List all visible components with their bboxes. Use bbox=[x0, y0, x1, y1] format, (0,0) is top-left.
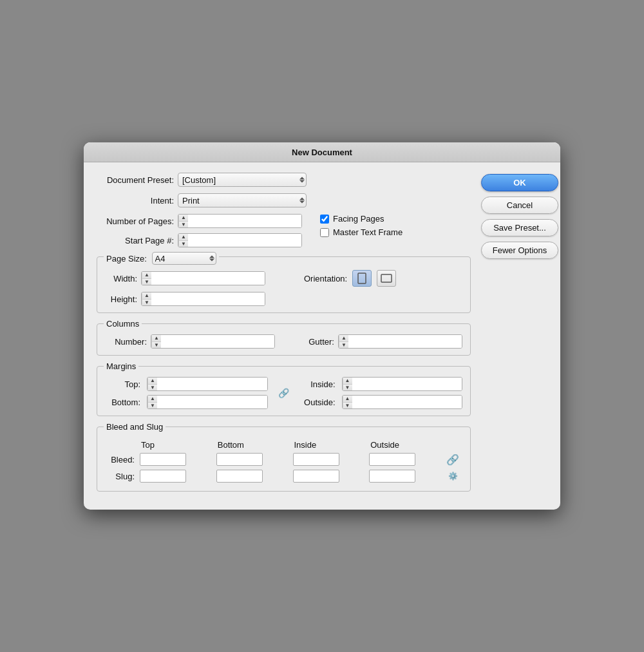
height-up[interactable]: ▲ bbox=[142, 292, 151, 300]
num-pages-input-wrapper: ▲ ▼ 1 bbox=[178, 214, 302, 228]
width-up[interactable]: ▲ bbox=[142, 272, 151, 279]
margins-lock-icon[interactable]: 🔗 bbox=[277, 386, 291, 400]
bleed-slug-section: Bleed and Slug Top Bottom Inside Outside bbox=[97, 427, 471, 492]
bleed-outside-cell: 3 mm bbox=[366, 451, 443, 468]
inside-margin-down[interactable]: ▼ bbox=[343, 385, 352, 391]
height-label: Height: bbox=[105, 294, 137, 304]
fewer-options-button[interactable]: Fewer Options bbox=[481, 242, 558, 259]
inside-margin-field[interactable]: 12.7 mm bbox=[352, 378, 462, 390]
top-margin-wrapper: ▲ ▼ 12.7 mm bbox=[147, 377, 268, 391]
height-input-wrapper: ▲ ▼ 297 mm bbox=[141, 292, 265, 306]
portrait-button[interactable] bbox=[352, 270, 372, 287]
width-steppers: ▲ ▼ bbox=[142, 272, 151, 285]
margins-section: Margins Top: ▲ ▼ 12.7 mm 🔗 bbox=[97, 366, 471, 416]
bleed-slug-section-label: Bleed and Slug bbox=[104, 422, 166, 432]
start-page-up[interactable]: ▲ bbox=[179, 234, 188, 241]
width-orientation-row: Width: ▲ ▼ 210 mm Orientation: bbox=[105, 270, 462, 287]
slug-top-cell: 0 mm bbox=[137, 468, 214, 484]
gutter-up[interactable]: ▲ bbox=[339, 335, 348, 342]
landscape-button[interactable] bbox=[377, 270, 396, 287]
slug-row-label: Slug: bbox=[105, 468, 137, 484]
slug-bottom-cell: 0 mm bbox=[214, 468, 290, 484]
bleed-inside-field[interactable]: 3 mm bbox=[293, 453, 339, 466]
inside-margin-up[interactable]: ▲ bbox=[343, 378, 352, 385]
outside-steppers: ▲ ▼ bbox=[343, 396, 352, 408]
master-text-frame-checkbox[interactable] bbox=[320, 228, 329, 237]
intent-select-wrapper: Print Web Mobile bbox=[178, 193, 307, 207]
start-page-field[interactable]: 1 bbox=[188, 234, 301, 247]
num-pages-label: Number of Pages: bbox=[97, 216, 174, 226]
bottom-margin-down[interactable]: ▼ bbox=[148, 403, 157, 409]
outside-margin-up[interactable]: ▲ bbox=[343, 396, 352, 403]
slug-bottom-field[interactable]: 0 mm bbox=[216, 470, 263, 483]
height-down[interactable]: ▼ bbox=[142, 300, 151, 306]
num-pages-row: Number of Pages: ▲ ▼ 1 bbox=[97, 214, 302, 228]
page-size-select[interactable]: A4 A3 Letter Legal Custom bbox=[152, 252, 216, 265]
start-page-down[interactable]: ▼ bbox=[179, 241, 188, 247]
slug-inside-field[interactable]: 0 mm bbox=[293, 470, 339, 483]
bleed-bottom-field[interactable]: 3 mm bbox=[216, 453, 263, 466]
outside-margin-down[interactable]: ▼ bbox=[343, 403, 352, 409]
preset-row: Document Preset: [Custom] Default Letter… bbox=[97, 173, 471, 187]
gutter-field[interactable]: 4.233 mm bbox=[348, 335, 462, 348]
bottom-margin-label: Bottom: bbox=[105, 398, 140, 407]
top-margin-field[interactable]: 12.7 mm bbox=[157, 378, 267, 390]
left-panel: Document Preset: [Custom] Default Letter… bbox=[97, 173, 471, 497]
bleed-lock-cell: 🔗 bbox=[443, 451, 462, 468]
svg-rect-1 bbox=[381, 274, 392, 282]
slug-outside-field[interactable]: 0 mm bbox=[369, 470, 415, 483]
cancel-button[interactable]: Cancel bbox=[481, 197, 558, 214]
gutter-steppers: ▲ ▼ bbox=[339, 335, 348, 348]
width-field[interactable]: 210 mm bbox=[151, 272, 265, 285]
col-inside-header: Inside bbox=[290, 439, 367, 451]
bleed-outside-field[interactable]: 3 mm bbox=[369, 453, 415, 466]
height-field[interactable]: 297 mm bbox=[151, 292, 265, 305]
bottom-margin-field[interactable]: 12.7 mm bbox=[157, 396, 267, 408]
width-down[interactable]: ▼ bbox=[142, 279, 151, 285]
facing-pages-label[interactable]: Facing Pages bbox=[333, 214, 384, 224]
col-number-input-wrapper: ▲ ▼ 1 bbox=[151, 334, 275, 349]
num-pages-field[interactable]: 1 bbox=[188, 215, 301, 227]
gutter-row: Gutter: ▲ ▼ 4.233 mm bbox=[301, 334, 462, 349]
col-number-down[interactable]: ▼ bbox=[152, 342, 161, 349]
dialog-title: New Document bbox=[84, 142, 560, 162]
inside-margin-wrapper: ▲ ▼ 12.7 mm bbox=[342, 377, 463, 391]
intent-select[interactable]: Print Web Mobile bbox=[178, 193, 307, 207]
gutter-down[interactable]: ▼ bbox=[339, 342, 348, 349]
col-number-up[interactable]: ▲ bbox=[152, 335, 161, 342]
columns-section-label: Columns bbox=[104, 319, 142, 329]
bleed-bottom-cell: 3 mm bbox=[214, 451, 290, 468]
bleed-top-cell: 3 mm bbox=[137, 451, 214, 468]
col-number-row: Number: ▲ ▼ 1 bbox=[105, 334, 275, 349]
col-outside-header: Outside bbox=[366, 439, 443, 451]
bleed-lock-icon[interactable]: 🔗 bbox=[446, 452, 460, 466]
preset-label: Document Preset: bbox=[97, 175, 174, 185]
outside-margin-field[interactable]: 12.7 mm bbox=[352, 396, 462, 408]
save-preset-button[interactable]: Save Preset... bbox=[481, 219, 558, 236]
master-text-frame-label[interactable]: Master Text Frame bbox=[333, 227, 402, 237]
top-margin-label: Top: bbox=[105, 379, 140, 389]
ok-button[interactable]: OK bbox=[481, 174, 558, 191]
columns-content: Number: ▲ ▼ 1 Gutter: bbox=[105, 334, 462, 349]
slug-outside-cell: 0 mm bbox=[366, 468, 443, 484]
bleed-slug-header-row: Top Bottom Inside Outside bbox=[105, 439, 462, 451]
top-margin-up[interactable]: ▲ bbox=[148, 378, 157, 385]
svg-rect-0 bbox=[358, 273, 366, 283]
col-number-field[interactable]: 1 bbox=[161, 335, 274, 348]
slug-inside-cell: 0 mm bbox=[290, 468, 367, 484]
bleed-top-field[interactable]: 3 mm bbox=[140, 453, 186, 466]
outside-margin-wrapper: ▲ ▼ 12.7 mm bbox=[342, 395, 463, 409]
facing-pages-checkbox[interactable] bbox=[320, 215, 329, 224]
page-size-content: Width: ▲ ▼ 210 mm Orientation: bbox=[105, 270, 462, 306]
num-pages-down[interactable]: ▼ bbox=[179, 222, 188, 228]
bottom-margin-up[interactable]: ▲ bbox=[148, 396, 157, 403]
num-pages-up[interactable]: ▲ bbox=[179, 215, 188, 222]
bleed-row-label: Bleed: bbox=[105, 451, 137, 468]
page-size-section: Page Size: A4 A3 Letter Legal Custom bbox=[97, 256, 471, 313]
slug-lock-cell: ⚙️ bbox=[443, 468, 462, 484]
slug-lock-icon[interactable]: ⚙️ bbox=[446, 469, 460, 483]
slug-top-field[interactable]: 0 mm bbox=[140, 470, 186, 483]
margins-lock-wrapper: 🔗 bbox=[274, 386, 294, 400]
top-margin-down[interactable]: ▼ bbox=[148, 385, 157, 391]
preset-select[interactable]: [Custom] Default Letter A4 bbox=[178, 173, 307, 187]
